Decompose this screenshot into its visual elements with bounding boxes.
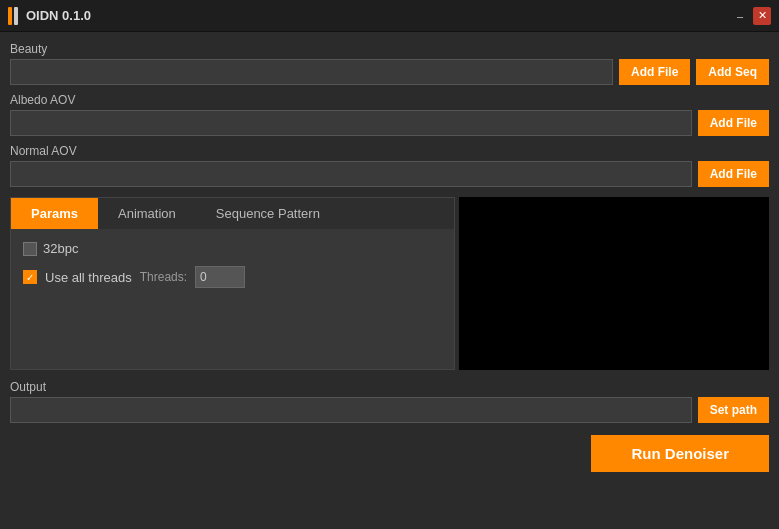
tab-animation[interactable]: Animation: [98, 198, 196, 229]
albedo-add-file-button[interactable]: Add File: [698, 110, 769, 136]
tabs-header: Params Animation Sequence Pattern: [11, 198, 454, 229]
title-bar-left: OIDN 0.1.0: [8, 7, 91, 25]
beauty-field-row: Add File Add Seq: [10, 59, 769, 85]
run-section: Run Denoiser: [10, 435, 769, 472]
title-bar: OIDN 0.1.0 – ✕: [0, 0, 779, 32]
threads-input[interactable]: [195, 266, 245, 288]
tab-sequence[interactable]: Sequence Pattern: [196, 198, 340, 229]
beauty-row: Beauty Add File Add Seq: [10, 42, 769, 85]
beauty-input[interactable]: [10, 59, 613, 85]
set-path-button[interactable]: Set path: [698, 397, 769, 423]
logo-bar-orange: [8, 7, 12, 25]
output-input[interactable]: [10, 397, 692, 423]
normal-label: Normal AOV: [10, 144, 769, 158]
minimize-button[interactable]: –: [731, 7, 749, 25]
threads-row: Use all threads Threads:: [23, 266, 442, 288]
albedo-field-row: Add File: [10, 110, 769, 136]
albedo-row: Albedo AOV Add File: [10, 93, 769, 136]
normal-row: Normal AOV Add File: [10, 144, 769, 187]
normal-field-row: Add File: [10, 161, 769, 187]
app-logo: [8, 7, 18, 25]
output-section: Output Set path: [10, 380, 769, 423]
title-controls: – ✕: [731, 7, 771, 25]
main-content: Beauty Add File Add Seq Albedo AOV Add F…: [0, 32, 779, 482]
output-label: Output: [10, 380, 769, 394]
tabs-area: Params Animation Sequence Pattern 32bpc …: [10, 197, 769, 370]
output-field-row: Set path: [10, 397, 769, 423]
albedo-input[interactable]: [10, 110, 692, 136]
tab-params[interactable]: Params: [11, 198, 98, 229]
bpc-label: 32bpc: [43, 241, 78, 256]
preview-panel: [459, 197, 769, 370]
beauty-label: Beauty: [10, 42, 769, 56]
normal-add-file-button[interactable]: Add File: [698, 161, 769, 187]
app-title: OIDN 0.1.0: [26, 8, 91, 23]
beauty-add-seq-button[interactable]: Add Seq: [696, 59, 769, 85]
left-panel: Params Animation Sequence Pattern 32bpc …: [10, 197, 455, 370]
normal-input[interactable]: [10, 161, 692, 187]
logo-bar-white: [14, 7, 18, 25]
params-content: 32bpc Use all threads Threads:: [11, 229, 454, 369]
threads-label: Threads:: [140, 270, 187, 284]
albedo-label: Albedo AOV: [10, 93, 769, 107]
bpc-row: 32bpc: [23, 241, 442, 256]
bpc-checkbox[interactable]: [23, 242, 37, 256]
beauty-add-file-button[interactable]: Add File: [619, 59, 690, 85]
run-denoiser-button[interactable]: Run Denoiser: [591, 435, 769, 472]
close-button[interactable]: ✕: [753, 7, 771, 25]
use-all-threads-label: Use all threads: [45, 270, 132, 285]
use-all-threads-checkbox[interactable]: [23, 270, 37, 284]
